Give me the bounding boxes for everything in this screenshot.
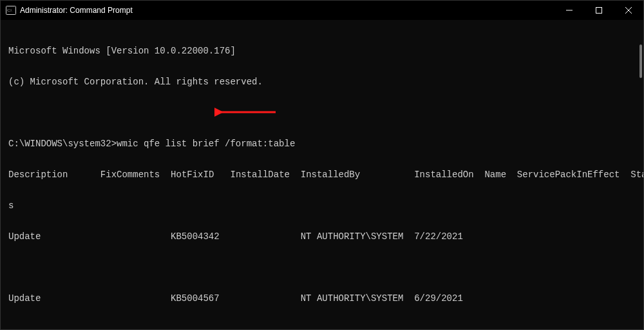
table-row: Update KB5004567 NT AUTHORITY\SYSTEM 6/2… [8,293,643,304]
window-title: Administrator: Command Prompt [20,6,133,15]
svg-text:C:\: C:\ [7,8,12,12]
titlebar[interactable]: C:\ Administrator: Command Prompt [1,1,643,20]
maximize-button[interactable] [584,1,614,20]
command-line: C:\WINDOWS\system32>wmic qfe list brief … [8,139,643,149]
terminal-output[interactable]: Microsoft Windows [Version 10.0.22000.17… [1,20,643,329]
prompt-path: C:\WINDOWS\system32> [8,139,117,149]
scrollbar-thumb[interactable] [639,44,642,78]
table-header-2: s [8,200,643,211]
version-line: Microsoft Windows [Version 10.0.22000.17… [8,46,643,56]
table-header-1: Description FixComments HotFixID Install… [8,170,643,180]
window-controls [554,1,643,20]
cmd-icon: C:\ [6,5,16,15]
command-text: wmic qfe list brief /format:table [117,139,295,149]
command-prompt-window: C:\ Administrator: Command Prompt Micros… [0,0,644,330]
copyright-line: (c) Microsoft Corporation. All rights re… [8,77,643,87]
minimize-button[interactable] [554,1,584,20]
close-button[interactable] [614,1,643,20]
table-row: Update KB5004342 NT AUTHORITY\SYSTEM 7/2… [8,231,643,242]
svg-rect-3 [596,8,602,14]
scrollbar[interactable] [636,20,642,329]
